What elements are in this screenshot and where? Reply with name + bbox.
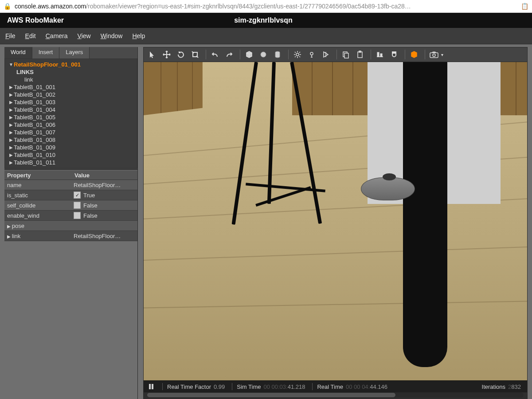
paste-icon[interactable] xyxy=(354,49,366,60)
chevron-right-icon[interactable]: ▶ xyxy=(8,160,14,165)
tree-item[interactable]: ▶TabletB_01_009 xyxy=(8,144,135,151)
prop-row-pose[interactable]: ▶ pose xyxy=(4,221,137,231)
simtime-lo: 41.218 xyxy=(288,383,305,390)
property-header-prop: Property xyxy=(4,172,72,179)
checkbox-unchecked-icon[interactable] xyxy=(74,202,81,209)
chevron-right-icon[interactable]: ▶ xyxy=(8,92,14,97)
tree-item-link[interactable]: link xyxy=(8,76,135,83)
spotlight-icon[interactable] xyxy=(320,49,332,60)
tree-item[interactable]: ▶TabletB_01_010 xyxy=(8,151,135,159)
left-panel: World Insert Layers ▼ RetailShopFloor_01… xyxy=(4,47,138,399)
clipboard-icon[interactable]: 📋 xyxy=(521,3,528,10)
property-grid: Property Value name RetailShopFloor… is_… xyxy=(4,170,137,241)
tree-item[interactable]: ▶TabletB_01_004 xyxy=(8,106,135,113)
chevron-right-icon[interactable]: ▶ xyxy=(7,234,12,239)
main-area: World Insert Layers ▼ RetailShopFloor_01… xyxy=(0,44,532,399)
checkbox-checked-icon[interactable]: ✓ xyxy=(74,192,81,199)
chevron-right-icon[interactable]: ▶ xyxy=(8,130,14,135)
pointer-icon[interactable] xyxy=(146,49,159,60)
tab-layers[interactable]: Layers xyxy=(59,47,90,59)
pause-icon[interactable] xyxy=(147,383,155,390)
realtime-hi: 00 00 04: xyxy=(346,383,370,390)
tree-label: TabletB_01_007 xyxy=(14,129,55,136)
prop-row-link[interactable]: ▶ link RetailShopFloor… xyxy=(4,231,137,241)
tree-item[interactable]: ▶TabletB_01_003 xyxy=(8,98,135,106)
prop-name: enable_wind xyxy=(4,212,72,219)
svg-rect-9 xyxy=(377,52,379,57)
chevron-right-icon[interactable]: ▶ xyxy=(7,224,12,229)
tree-label: TabletB_01_009 xyxy=(14,144,55,151)
svg-rect-14 xyxy=(152,384,153,389)
chevron-right-icon[interactable]: ▶ xyxy=(8,145,14,150)
svg-point-4 xyxy=(310,52,313,55)
pointlight-icon[interactable] xyxy=(305,49,318,60)
iter-hi: 2 xyxy=(508,383,511,390)
chevron-right-icon[interactable]: ▶ xyxy=(8,100,14,105)
prop-value: False xyxy=(83,212,98,219)
cube-icon[interactable] xyxy=(243,49,255,60)
tree-item[interactable]: ▶TabletB_01_001 xyxy=(8,83,135,91)
tree-label: TabletB_01_011 xyxy=(14,159,55,166)
toolbar-separator xyxy=(425,50,425,59)
tree-label: TabletB_01_002 xyxy=(14,91,55,98)
prop-name: is_static xyxy=(4,192,72,199)
align-icon[interactable] xyxy=(374,49,386,60)
svg-point-12 xyxy=(433,54,435,57)
menu-help[interactable]: Help xyxy=(132,32,145,39)
tree-item[interactable]: ▶TabletB_01_002 xyxy=(8,91,135,98)
rtf-value: 0.99 xyxy=(214,383,225,390)
tree-item[interactable]: ▶TabletB_01_008 xyxy=(8,136,135,144)
toolbar-separator xyxy=(336,50,337,59)
lock-icon: 🔒 xyxy=(4,3,11,10)
menu-edit[interactable]: Edit xyxy=(25,32,36,39)
menu-view[interactable]: View xyxy=(78,32,91,39)
tab-world[interactable]: World xyxy=(4,47,32,59)
copy-icon[interactable] xyxy=(340,49,352,60)
sphere-icon[interactable] xyxy=(257,49,270,60)
menu-camera[interactable]: Camera xyxy=(46,32,68,39)
tree-item[interactable]: ▶TabletB_01_007 xyxy=(8,129,135,136)
checkbox-unchecked-icon[interactable] xyxy=(74,212,81,219)
3d-viewport[interactable] xyxy=(144,62,527,380)
cylinder-icon[interactable] xyxy=(271,49,284,60)
tab-insert[interactable]: Insert xyxy=(32,47,60,59)
iter-lo: 832 xyxy=(511,383,521,390)
property-header-val: Value xyxy=(72,172,92,179)
chevron-right-icon[interactable]: ▶ xyxy=(8,153,14,157)
realtime-lo: 44.146 xyxy=(370,383,387,390)
redo-icon[interactable] xyxy=(223,49,235,60)
perspective-icon[interactable] xyxy=(408,49,420,60)
undo-icon[interactable] xyxy=(209,49,221,60)
menu-window[interactable]: Window xyxy=(101,32,123,39)
prop-row-self-collide: self_collide False xyxy=(4,200,137,211)
chevron-right-icon[interactable]: ▶ xyxy=(8,115,14,120)
tree-item[interactable]: ▶TabletB_01_011 xyxy=(8,159,135,166)
dropdown-icon[interactable]: ▾ xyxy=(441,52,443,57)
horizontal-scrollbar[interactable] xyxy=(147,392,524,398)
magnet-icon[interactable] xyxy=(388,49,400,60)
svg-rect-11 xyxy=(430,53,438,58)
scale-icon[interactable] xyxy=(189,49,201,60)
svg-rect-7 xyxy=(358,52,362,58)
world-tree[interactable]: ▼ RetailShopFloor_01_001 LINKS link ▶Tab… xyxy=(4,59,137,168)
menu-file[interactable]: File xyxy=(5,32,16,39)
move-icon[interactable] xyxy=(160,49,173,60)
prop-value[interactable]: RetailShopFloor… xyxy=(72,182,137,188)
url-path: /robomaker/viewer?region=us-east-1#sim-z… xyxy=(86,3,411,10)
tree-item[interactable]: ▶TabletB_01_006 xyxy=(8,121,135,129)
chevron-right-icon[interactable]: ▶ xyxy=(8,122,14,127)
app-name: AWS RoboMaker xyxy=(7,16,64,24)
sun-icon[interactable] xyxy=(291,49,304,60)
tree-item-selected[interactable]: ▼ RetailShopFloor_01_001 xyxy=(8,61,135,68)
chevron-right-icon[interactable]: ▶ xyxy=(8,137,14,142)
tree-label: TabletB_01_010 xyxy=(14,152,55,158)
tree-item[interactable]: ▶TabletB_01_005 xyxy=(8,113,135,121)
chevron-right-icon[interactable]: ▶ xyxy=(8,107,14,112)
tree-label: TabletB_01_005 xyxy=(14,114,55,121)
rotate-icon[interactable] xyxy=(175,49,187,60)
app-banner: AWS RoboMaker sim-zgknrlblvsqn xyxy=(0,13,532,28)
chevron-right-icon[interactable]: ▶ xyxy=(8,85,14,90)
svg-rect-6 xyxy=(344,53,348,58)
screenshot-icon[interactable] xyxy=(428,49,440,60)
chevron-down-icon[interactable]: ▼ xyxy=(8,62,14,67)
